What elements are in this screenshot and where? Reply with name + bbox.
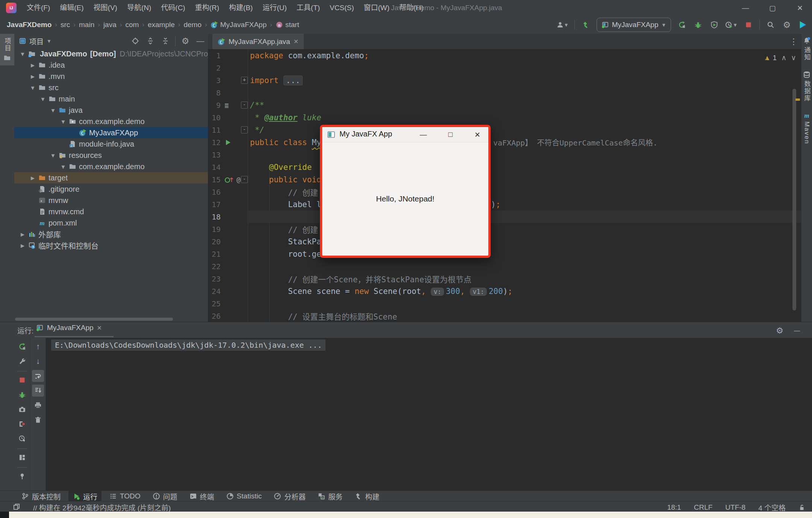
menu-item[interactable]: 窗口(W): [359, 0, 394, 16]
code-line[interactable]: 26 // 设置主舞台的标题和Scene: [208, 310, 801, 322]
scroll-to-end-button[interactable]: [32, 385, 44, 397]
warning-stripe-mark[interactable]: [795, 98, 800, 101]
run-with-coverage-button[interactable]: [709, 18, 720, 31]
tree-chevron-icon[interactable]: ▼: [59, 118, 68, 125]
stripe-tab-通知[interactable]: 通知: [802, 37, 812, 61]
code-line[interactable]: 19 // 创建: [208, 223, 801, 235]
fold-marker[interactable]: -: [241, 176, 248, 183]
tree-row[interactable]: ▶外部库: [14, 229, 208, 240]
layout-button[interactable]: [16, 451, 28, 463]
tool-window-tab-Statistic[interactable]: Statistic: [222, 491, 266, 501]
javafx-title-bar[interactable]: My JavaFX App — □ ✕: [322, 127, 488, 142]
menu-item[interactable]: 导航(N): [122, 0, 156, 16]
code-line[interactable]: 12public class MyvaFXApp】 不符合UpperCamelC…: [208, 136, 801, 148]
debug-button[interactable]: [693, 18, 703, 31]
code-line[interactable]: 20 StackPa: [208, 235, 801, 248]
tree-chevron-icon[interactable]: ▶: [28, 62, 37, 68]
line-separator[interactable]: CRLF: [694, 503, 713, 512]
menu-item[interactable]: 工具(T): [292, 0, 325, 16]
tree-chevron-icon[interactable]: ▶: [18, 232, 27, 237]
breadcrumb-item[interactable]: src: [60, 20, 71, 30]
search-everywhere-button[interactable]: [765, 18, 776, 31]
collapse-all-button[interactable]: [160, 35, 171, 47]
tree-row[interactable]: ▼java: [14, 105, 208, 116]
stop-button[interactable]: [16, 374, 28, 386]
tree-chevron-icon[interactable]: ▶: [28, 175, 37, 181]
fx-close-icon[interactable]: ✕: [469, 127, 486, 142]
settings-button[interactable]: ⚙: [180, 35, 191, 47]
code-line[interactable]: 2: [208, 62, 801, 74]
doc-render-toggle-icon[interactable]: ≣: [224, 101, 229, 109]
hide-panel-button[interactable]: —: [195, 35, 206, 47]
fold-marker[interactable]: +: [241, 77, 248, 84]
edit-configuration-button[interactable]: [16, 355, 28, 367]
fx-maximize-icon[interactable]: □: [442, 127, 459, 142]
stop-button[interactable]: [743, 18, 754, 31]
code-area[interactable]: 1package com.example.demo;23+import ...8…: [208, 49, 801, 322]
overriding-marker-icon[interactable]: [224, 176, 234, 183]
settings-button[interactable]: ⚙: [782, 18, 792, 31]
breadcrumb-item[interactable]: mstart: [275, 20, 300, 30]
breadcrumb-item[interactable]: com: [124, 20, 139, 30]
tool-window-tab-终端[interactable]: >_终端: [185, 491, 218, 501]
code-line[interactable]: 18: [208, 211, 801, 223]
rerun-button[interactable]: [16, 341, 28, 353]
stripe-tab-数据库[interactable]: 数据库: [802, 71, 812, 102]
tree-chevron-icon[interactable]: ▼: [59, 164, 68, 170]
profiler-button[interactable]: ▼: [725, 18, 738, 31]
editor-scrollbar[interactable]: [792, 89, 796, 310]
window-close-icon[interactable]: ✕: [791, 0, 809, 16]
fold-expand-icon[interactable]: +: [241, 77, 248, 84]
tool-window-tab-运行[interactable]: 运行: [68, 491, 102, 501]
code-line[interactable]: 25: [208, 297, 801, 310]
more-options-icon[interactable]: ⋮: [789, 37, 798, 47]
menu-item[interactable]: 重构(R): [190, 0, 224, 16]
menu-item[interactable]: 文件(F): [22, 0, 55, 16]
fold-collapse-icon[interactable]: -: [241, 126, 248, 133]
horizontal-scrollbar[interactable]: [15, 318, 173, 321]
code-line[interactable]: 9≣-/**: [208, 99, 801, 111]
fx-minimize-icon[interactable]: —: [415, 127, 432, 142]
run-line-icon[interactable]: [224, 139, 231, 146]
run-tab[interactable]: MyJavaFXApp ✕: [36, 324, 102, 332]
code-line[interactable]: 1package com.example.demo;: [208, 49, 801, 62]
tool-window-tab-问题[interactable]: 问题: [148, 491, 182, 501]
run-configuration-combo[interactable]: MyJavaFXApp▼: [597, 18, 671, 32]
tree-row[interactable]: ▶.idea: [14, 59, 208, 71]
pin-button[interactable]: [16, 470, 28, 482]
file-encoding[interactable]: UTF-8: [725, 503, 745, 512]
gutter-icons[interactable]: ≣: [224, 101, 241, 109]
tree-chevron-icon[interactable]: ▼: [48, 107, 58, 114]
tree-row[interactable]: ▶临时文件和控制台: [14, 240, 208, 251]
tree-chevron-icon[interactable]: ▼: [18, 51, 27, 57]
tree-row[interactable]: .gitignore: [14, 183, 208, 195]
code-line[interactable]: 22: [208, 260, 801, 273]
user-button[interactable]: ▼: [556, 18, 569, 31]
tree-chevron-icon[interactable]: ▼: [28, 85, 37, 91]
thread-dump-button[interactable]: [16, 403, 28, 415]
code-line[interactable]: 13: [208, 148, 801, 161]
breadcrumb-item[interactable]: demo: [183, 20, 202, 30]
hide-panel-icon[interactable]: —: [792, 324, 802, 337]
menu-item[interactable]: VCS(S): [325, 0, 359, 16]
code-line[interactable]: 14 @Override: [208, 161, 801, 173]
menu-item[interactable]: 视图(V): [89, 0, 122, 16]
breadcrumb-item[interactable]: java: [103, 20, 117, 30]
code-line[interactable]: 10 * @author luke: [208, 111, 801, 124]
tree-row[interactable]: mvnw.cmd: [14, 206, 208, 217]
tree-row[interactable]: ▼resources: [14, 150, 208, 161]
gutter-icons[interactable]: [224, 139, 241, 146]
menu-item[interactable]: 构建(B): [224, 0, 258, 16]
lock-icon[interactable]: [798, 504, 805, 511]
tree-row[interactable]: ▼com.example.demo: [14, 116, 208, 127]
tree-row[interactable]: ▼com.example.demo: [14, 161, 208, 172]
tree-row[interactable]: mpom.xml: [14, 217, 208, 229]
code-line[interactable]: 3+import ...: [208, 74, 801, 86]
settings-gear-icon[interactable]: ⚙: [774, 324, 785, 337]
code-line[interactable]: 15@- public void: [208, 173, 801, 186]
tree-row[interactable]: ▼JavaFXDemo[Demo]D:\IDEAProjects\JCNCPro…: [14, 48, 208, 59]
window-maximize-icon[interactable]: ▢: [764, 0, 781, 16]
print-button[interactable]: [32, 399, 44, 411]
menu-item[interactable]: 运行(U): [258, 0, 291, 16]
tree-row[interactable]: CMyJavaFXApp: [14, 127, 208, 138]
